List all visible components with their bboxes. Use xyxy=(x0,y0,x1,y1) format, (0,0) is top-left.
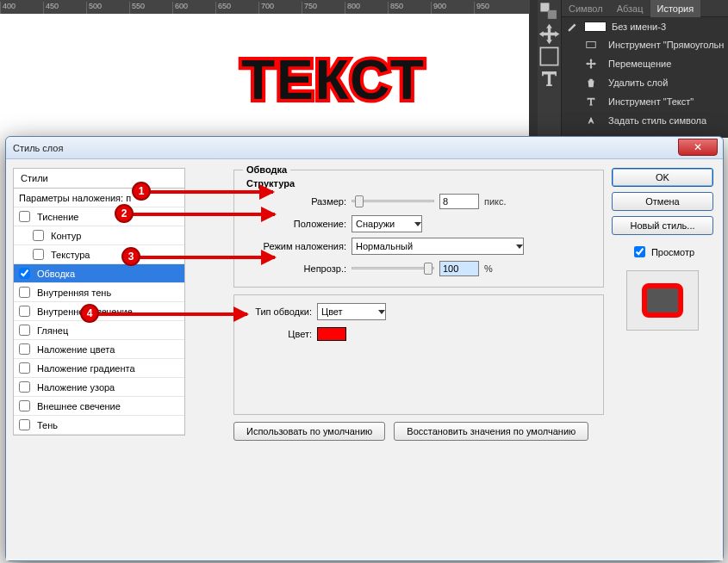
color-swatch[interactable] xyxy=(317,327,346,341)
history-step-icon xyxy=(584,114,598,127)
canvas-area: ТЕКСТ xyxy=(0,14,529,138)
style-row[interactable]: Наложение узора xyxy=(14,378,184,397)
style-checkbox[interactable] xyxy=(19,381,30,393)
style-row[interactable]: Тиснение xyxy=(14,207,184,226)
blend-select[interactable]: Нормальный xyxy=(352,238,524,255)
size-input[interactable] xyxy=(439,194,479,209)
style-checkbox[interactable] xyxy=(19,268,30,279)
style-row[interactable]: Обводка xyxy=(14,264,184,283)
style-row[interactable]: Тень xyxy=(14,416,184,435)
annotation-arrow-4 xyxy=(96,312,247,316)
style-row[interactable]: Внешнее свечение xyxy=(14,397,184,416)
annotation-arrow-3 xyxy=(137,256,275,259)
style-row[interactable]: Внутренняя тень xyxy=(14,283,184,302)
history-document-row[interactable]: Без имени-3 xyxy=(562,19,728,34)
history-step-icon xyxy=(584,96,598,108)
style-label: Обводка xyxy=(37,269,75,279)
history-item[interactable]: Перемещение xyxy=(562,53,728,72)
use-default-button[interactable]: Использовать по умолчанию xyxy=(233,422,385,441)
annotation-badge-2: 2 xyxy=(115,204,134,223)
position-value: Снаружи xyxy=(356,219,395,229)
history-item[interactable]: Задать стиль символа xyxy=(562,110,728,129)
tab-history[interactable]: История xyxy=(650,0,701,17)
photoshop-backdrop: 4004505005506006507007508008509009501000… xyxy=(0,0,728,138)
history-item[interactable]: Инструмент "Текст" xyxy=(562,91,728,110)
history-item[interactable]: Удалить слой xyxy=(562,72,728,91)
style-row[interactable]: Наложение градиента xyxy=(14,359,184,378)
svg-rect-3 xyxy=(587,41,596,47)
blend-label: Режим наложения: xyxy=(243,241,346,251)
style-label: Внешнее свечение xyxy=(37,401,121,411)
new-style-button[interactable]: Новый стиль... xyxy=(612,216,713,235)
canvas-text-layer[interactable]: ТЕКСТ xyxy=(241,48,426,112)
size-unit: пикс. xyxy=(484,196,507,207)
history-item-label: Задать стиль символа xyxy=(608,115,706,126)
history-item-label: Перемещение xyxy=(608,59,671,69)
style-row[interactable]: Контур xyxy=(14,226,184,245)
style-label: Тень xyxy=(37,420,58,430)
preview-thumbnail xyxy=(642,283,683,318)
reset-default-button[interactable]: Восстановить значения по умолчанию xyxy=(394,422,588,441)
style-checkbox[interactable] xyxy=(19,306,30,317)
stroke-settings-column: Обводка Структура Размер: пикс. Положени… xyxy=(233,164,604,441)
opacity-slider[interactable] xyxy=(352,263,434,275)
close-button[interactable]: ✕ xyxy=(678,139,718,156)
stroke-group-title: Обводка xyxy=(243,164,290,175)
annotation-badge-3: 3 xyxy=(121,247,140,266)
fill-type-value: Цвет xyxy=(321,306,343,317)
panel-tabs: Символ Абзац История xyxy=(562,0,728,17)
style-row[interactable]: Глянец xyxy=(14,321,184,340)
tool-swatches-icon[interactable] xyxy=(538,0,561,22)
style-label: Наложение градиента xyxy=(37,363,135,374)
ok-button[interactable]: OK xyxy=(612,168,713,187)
tab-paragraph[interactable]: Абзац xyxy=(610,0,650,17)
style-label: Тиснение xyxy=(37,212,78,222)
style-checkbox[interactable] xyxy=(19,419,30,430)
style-checkbox[interactable] xyxy=(33,230,44,241)
style-label: Внутренняя тень xyxy=(37,288,111,298)
styles-column: Стили Параметры наложения: пТиснениеКонт… xyxy=(13,168,185,436)
horizontal-ruler: 4004505005506006507007508008509009501000… xyxy=(0,0,530,14)
cancel-button[interactable]: Отмена xyxy=(612,192,713,211)
tool-frame-icon[interactable] xyxy=(538,45,561,67)
history-item-label: Удалить слой xyxy=(608,77,668,88)
position-select[interactable]: Снаружи xyxy=(352,215,422,232)
preview-checkbox[interactable] xyxy=(634,246,645,257)
style-checkbox[interactable] xyxy=(19,343,30,355)
doc-thumb xyxy=(584,22,607,32)
history-doc-name: Без имени-3 xyxy=(612,22,666,32)
style-checkbox[interactable] xyxy=(19,287,30,298)
fill-type-group: Тип обводки: Цвет Цвет: xyxy=(233,294,604,415)
annotation-badge-1: 1 xyxy=(132,182,151,201)
history-step-icon xyxy=(584,77,598,89)
size-slider[interactable] xyxy=(352,195,434,207)
dialog-titlebar[interactable]: Стиль слоя ✕ xyxy=(6,137,723,159)
style-checkbox[interactable] xyxy=(19,362,30,374)
tab-symbol[interactable]: Символ xyxy=(562,0,610,17)
style-checkbox[interactable] xyxy=(19,325,30,336)
stroke-structure-group: Обводка Структура Размер: пикс. Положени… xyxy=(233,164,604,288)
opacity-unit: % xyxy=(484,263,493,274)
blend-value: Нормальный xyxy=(356,241,413,251)
style-checkbox[interactable] xyxy=(19,400,30,411)
style-row[interactable]: Наложение цвета xyxy=(14,340,184,359)
stroke-subtitle: Структура xyxy=(246,178,594,189)
history-item-label: Инструмент "Текст" xyxy=(608,96,694,107)
history-item[interactable]: Инструмент "Прямоугольн xyxy=(562,34,728,53)
opacity-input[interactable] xyxy=(439,261,479,276)
style-row[interactable]: Внутреннее свечение xyxy=(14,302,184,321)
styles-heading[interactable]: Стили xyxy=(13,168,185,189)
tool-move-icon[interactable] xyxy=(538,22,561,45)
tool-text-icon[interactable] xyxy=(538,67,561,90)
position-label: Положение: xyxy=(243,219,346,229)
history-item-label: Инструмент "Прямоугольн xyxy=(608,40,724,50)
style-row[interactable]: Текстура xyxy=(14,245,184,264)
style-checkbox[interactable] xyxy=(33,249,44,260)
style-checkbox[interactable] xyxy=(19,211,30,222)
fill-type-select[interactable]: Цвет xyxy=(317,303,386,320)
annotation-arrow-2 xyxy=(130,213,275,216)
color-label: Цвет: xyxy=(243,329,312,339)
style-label: Глянец xyxy=(37,325,68,336)
preview-toggle[interactable]: Просмотр xyxy=(631,244,694,260)
dialog-actions-column: OK Отмена Новый стиль... Просмотр xyxy=(611,168,714,331)
